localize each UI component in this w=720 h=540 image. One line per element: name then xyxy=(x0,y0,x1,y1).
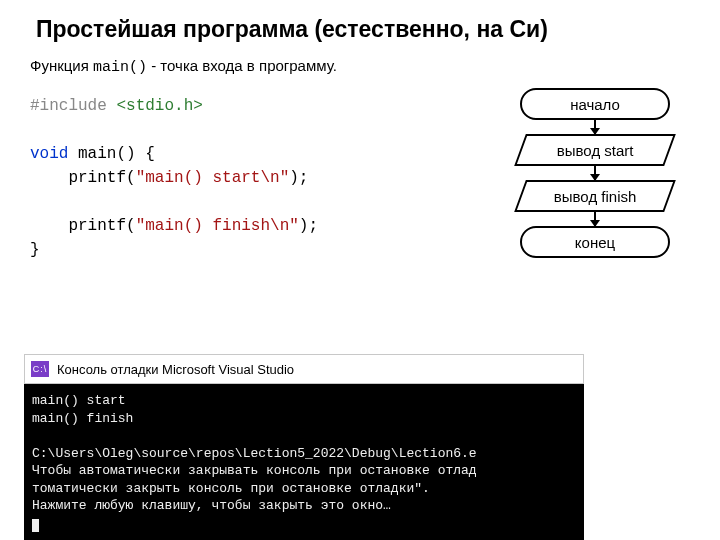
console-line: Чтобы автоматически закрывать консоль пр… xyxy=(32,463,477,478)
slide-title: Простейшая программа (естественно, на Си… xyxy=(36,16,690,43)
code-p1s: "main() start\n" xyxy=(136,169,290,187)
flow-io-start: вывод start xyxy=(514,134,676,166)
flow-arrow xyxy=(594,120,596,134)
subtitle-prefix: Функция xyxy=(30,57,93,74)
console-cursor xyxy=(32,519,39,532)
code-p2b: ); xyxy=(299,217,318,235)
subtitle: Функция main() - точка входа в программу… xyxy=(30,57,690,76)
console-titlebar: C:\ Консоль отладки Microsoft Visual Stu… xyxy=(24,354,584,384)
console-line: Нажмите любую клавишу, чтобы закрыть это… xyxy=(32,498,391,513)
code-p2a: printf( xyxy=(30,217,136,235)
flow-arrow xyxy=(594,212,596,226)
console-line: томатически закрыть консоль при остановк… xyxy=(32,481,430,496)
code-p1b: ); xyxy=(289,169,308,187)
flow-end: конец xyxy=(520,226,670,258)
code-include-hdr: <stdio.h> xyxy=(116,97,202,115)
console-line: main() start xyxy=(32,393,126,408)
subtitle-mono: main() xyxy=(93,59,147,76)
code-void: void xyxy=(30,145,68,163)
code-p1a: printf( xyxy=(30,169,136,187)
flow-io-finish: вывод finish xyxy=(514,180,676,212)
subtitle-suffix: - точка входа в программу. xyxy=(147,57,337,74)
flow-arrow xyxy=(594,166,596,180)
flowchart: начало вывод start вывод finish конец xyxy=(500,88,690,262)
console-line: C:\Users\Oleg\source\repos\Lection5_2022… xyxy=(32,446,477,461)
flow-start: начало xyxy=(520,88,670,120)
console-icon: C:\ xyxy=(31,361,49,377)
console-window: C:\ Консоль отладки Microsoft Visual Stu… xyxy=(24,354,584,540)
console-line: main() finish xyxy=(32,411,133,426)
console-output: main() start main() finish C:\Users\Oleg… xyxy=(24,384,584,540)
code-close: } xyxy=(30,241,40,259)
console-title: Консоль отладки Microsoft Visual Studio xyxy=(57,362,294,377)
code-block: #include <stdio.h> void main() { printf(… xyxy=(30,94,500,262)
code-p2s: "main() finish\n" xyxy=(136,217,299,235)
code-main-sig: main() { xyxy=(68,145,154,163)
code-include-kw: #include xyxy=(30,97,107,115)
